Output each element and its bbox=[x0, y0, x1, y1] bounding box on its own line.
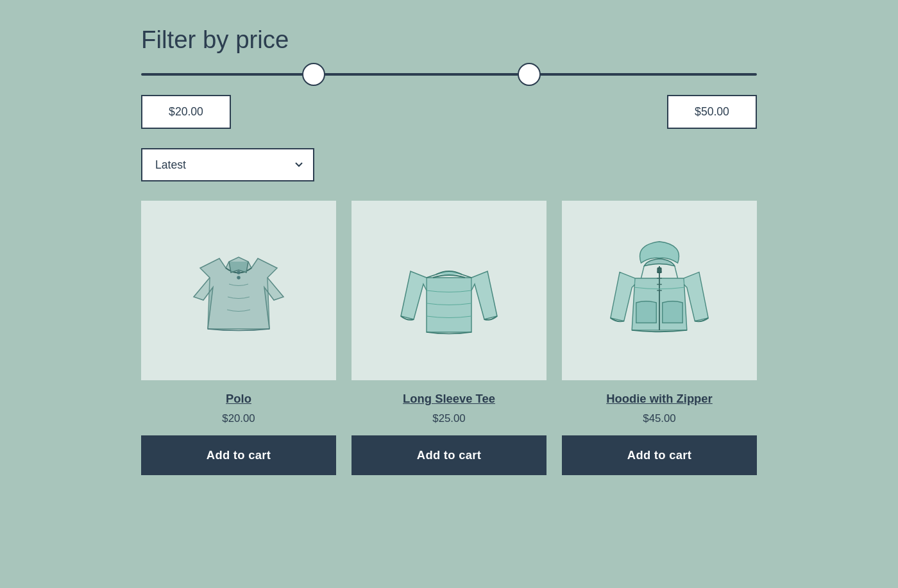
add-to-cart-hoodie[interactable]: Add to cart bbox=[562, 435, 757, 475]
polo-image bbox=[174, 226, 303, 355]
main-container: Filter by price $20.00 $50.00 Latest Pri… bbox=[141, 26, 757, 562]
svg-point-0 bbox=[237, 271, 240, 274]
product-name-polo[interactable]: Polo bbox=[226, 392, 251, 406]
product-name-hoodie[interactable]: Hoodie with Zipper bbox=[606, 392, 713, 406]
products-grid: Polo $20.00 Add to cart bbox=[141, 201, 757, 475]
add-to-cart-polo[interactable]: Add to cart bbox=[141, 435, 336, 475]
price-slider[interactable] bbox=[141, 73, 757, 76]
hoodie-image bbox=[595, 226, 724, 355]
filter-title: Filter by price bbox=[141, 26, 757, 54]
sort-select[interactable]: Latest Price: Low to High Price: High to… bbox=[141, 148, 314, 181]
product-price-hoodie: $45.00 bbox=[643, 412, 675, 425]
product-price-longsleeve: $25.00 bbox=[432, 412, 465, 425]
svg-rect-6 bbox=[657, 268, 661, 273]
slider-handle-max[interactable] bbox=[518, 63, 541, 86]
product-price-polo: $20.00 bbox=[222, 412, 255, 425]
product-name-longsleeve[interactable]: Long Sleeve Tee bbox=[403, 392, 495, 406]
add-to-cart-longsleeve[interactable]: Add to cart bbox=[352, 435, 546, 475]
product-image-box-longsleeve bbox=[352, 201, 546, 380]
max-price-input[interactable]: $50.00 bbox=[667, 95, 757, 129]
longsleeve-image bbox=[385, 226, 513, 355]
product-card-polo: Polo $20.00 Add to cart bbox=[141, 201, 336, 475]
product-card-longsleeve: Long Sleeve Tee $25.00 Add to cart bbox=[352, 201, 546, 475]
product-image-box-polo bbox=[141, 201, 336, 380]
slider-handle-min[interactable] bbox=[302, 63, 325, 86]
product-card-hoodie: Hoodie with Zipper $45.00 Add to cart bbox=[562, 201, 757, 475]
product-image-box-hoodie bbox=[562, 201, 757, 380]
min-price-input[interactable]: $20.00 bbox=[141, 95, 231, 129]
price-inputs: $20.00 $50.00 bbox=[141, 95, 757, 129]
svg-point-1 bbox=[237, 276, 240, 279]
slider-fill bbox=[314, 73, 529, 76]
slider-track bbox=[141, 73, 757, 76]
